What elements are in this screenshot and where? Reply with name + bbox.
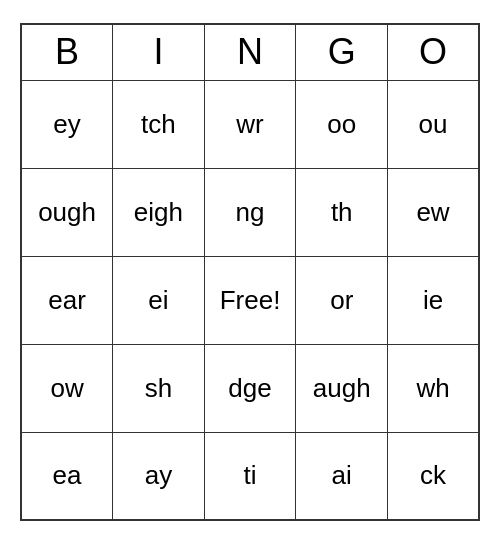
row-4: eaaytiaick <box>21 432 479 520</box>
cell-3-3: augh <box>296 344 388 432</box>
cell-0-4: ou <box>388 80 479 168</box>
header-row: BINGO <box>21 24 479 80</box>
cell-3-2: dge <box>204 344 296 432</box>
row-1: ougheighngthew <box>21 168 479 256</box>
row-2: eareiFree!orie <box>21 256 479 344</box>
header-I: I <box>113 24 205 80</box>
cell-0-2: wr <box>204 80 296 168</box>
cell-4-4: ck <box>388 432 479 520</box>
cell-1-1: eigh <box>113 168 205 256</box>
row-0: eytchwrooou <box>21 80 479 168</box>
cell-1-4: ew <box>388 168 479 256</box>
cell-0-0: ey <box>21 80 113 168</box>
cell-2-1: ei <box>113 256 205 344</box>
cell-2-3: or <box>296 256 388 344</box>
cell-1-3: th <box>296 168 388 256</box>
header-G: G <box>296 24 388 80</box>
cell-4-0: ea <box>21 432 113 520</box>
cell-4-3: ai <box>296 432 388 520</box>
header-N: N <box>204 24 296 80</box>
cell-1-0: ough <box>21 168 113 256</box>
cell-1-2: ng <box>204 168 296 256</box>
cell-2-4: ie <box>388 256 479 344</box>
cell-0-3: oo <box>296 80 388 168</box>
cell-2-2: Free! <box>204 256 296 344</box>
cell-2-0: ear <box>21 256 113 344</box>
cell-3-4: wh <box>388 344 479 432</box>
cell-0-1: tch <box>113 80 205 168</box>
cell-3-1: sh <box>113 344 205 432</box>
cell-3-0: ow <box>21 344 113 432</box>
row-3: owshdgeaughwh <box>21 344 479 432</box>
cell-4-2: ti <box>204 432 296 520</box>
header-B: B <box>21 24 113 80</box>
bingo-card: BINGO eytchwrooouougheighngtheweareiFree… <box>20 23 480 521</box>
cell-4-1: ay <box>113 432 205 520</box>
header-O: O <box>388 24 479 80</box>
